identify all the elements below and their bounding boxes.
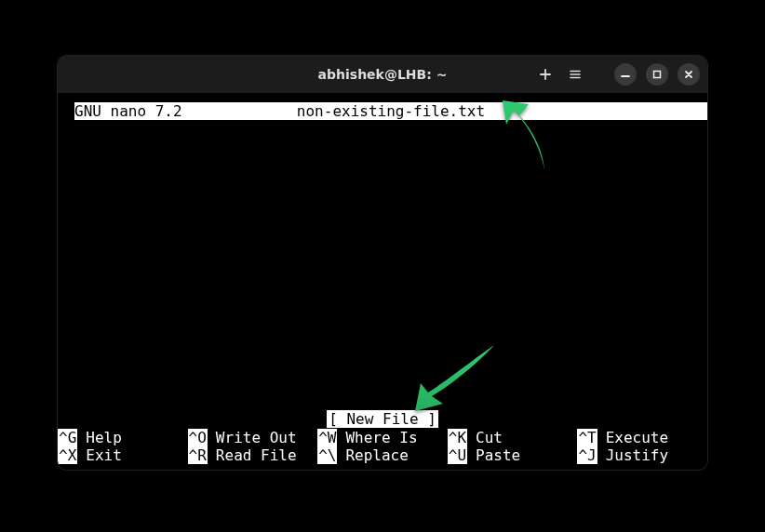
- shortcut-key: ^K: [448, 429, 467, 446]
- shortcut-key: ^U: [448, 446, 467, 464]
- shortcut-key: ^X: [58, 446, 77, 464]
- shortcut-key: ^G: [58, 429, 77, 446]
- terminal-body[interactable]: non-existing-file.txt GNU nano 7.2 [ New…: [58, 93, 707, 470]
- shortcut-key: ^W: [317, 429, 337, 446]
- shortcut-key: ^R: [188, 446, 208, 464]
- shortcut-label: Where Is: [345, 429, 417, 446]
- shortcut-read-file: ^RRead File: [188, 446, 318, 464]
- shortcut-label: Justify: [606, 446, 668, 464]
- shortcut-row-1: ^GHelp ^OWrite Out ^WWhere Is ^KCut ^TEx…: [58, 429, 707, 446]
- shortcut-row-2: ^XExit ^RRead File ^\Replace ^UPaste ^JJ…: [58, 446, 707, 464]
- shortcut-execute: ^TExecute: [577, 429, 707, 446]
- shortcut-where-is: ^WWhere Is: [317, 429, 448, 446]
- shortcut-write-out: ^OWrite Out: [188, 429, 318, 446]
- svg-rect-0: [654, 72, 661, 78]
- terminal-window: abhishek@LHB: ~ non-existing-file.txt: [58, 56, 707, 470]
- shortcut-justify: ^JJustify: [577, 446, 707, 464]
- shortcut-replace: ^\Replace: [317, 446, 448, 464]
- shortcut-label: Help: [86, 429, 122, 446]
- menu-button[interactable]: [568, 67, 583, 82]
- shortcut-cut: ^KCut: [448, 429, 578, 446]
- shortcut-key: ^T: [577, 429, 597, 446]
- shortcut-label: Exit: [86, 446, 122, 464]
- nano-shortcuts: ^GHelp ^OWrite Out ^WWhere Is ^KCut ^TEx…: [58, 429, 707, 464]
- new-tab-button[interactable]: [538, 67, 553, 82]
- window-title: abhishek@LHB: ~: [318, 67, 448, 82]
- shortcut-label: Execute: [606, 429, 668, 446]
- minimize-button[interactable]: [614, 63, 637, 86]
- shortcut-key: ^O: [188, 429, 208, 446]
- shortcut-label: Read File: [216, 446, 297, 464]
- nano-app-name: GNU nano 7.2: [74, 102, 182, 120]
- shortcut-exit: ^XExit: [58, 446, 188, 464]
- maximize-button[interactable]: [646, 63, 668, 86]
- shortcut-label: Replace: [345, 446, 408, 464]
- nano-status-line: [ New File ]: [58, 410, 707, 428]
- shortcut-label: Write Out: [216, 429, 297, 446]
- shortcut-help: ^GHelp: [58, 429, 188, 446]
- close-button[interactable]: [678, 63, 700, 86]
- nano-header: non-existing-file.txt GNU nano 7.2: [74, 102, 707, 120]
- shortcut-paste: ^UPaste: [448, 446, 578, 464]
- shortcut-key: ^J: [577, 446, 597, 464]
- titlebar: abhishek@LHB: ~: [58, 56, 707, 93]
- shortcut-label: Paste: [476, 446, 520, 464]
- shortcut-label: Cut: [476, 429, 503, 446]
- nano-status-badge: [ New File ]: [327, 410, 438, 428]
- shortcut-key: ^\: [317, 446, 337, 464]
